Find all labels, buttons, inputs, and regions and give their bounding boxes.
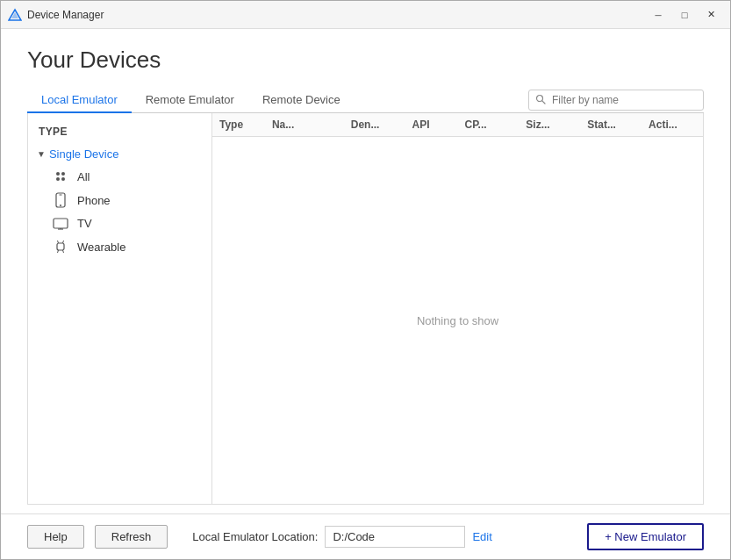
- svg-rect-11: [54, 219, 68, 228]
- empty-state: Nothing to show: [212, 137, 703, 504]
- empty-message: Nothing to show: [417, 314, 498, 327]
- sidebar-item-tv-label: TV: [77, 217, 92, 230]
- svg-line-3: [542, 100, 545, 103]
- main-content: Your Devices Local Emulator Remote Emula…: [1, 29, 730, 513]
- col-header-density: Den...: [344, 118, 405, 131]
- titlebar-title: Device Manager: [27, 9, 646, 21]
- maximize-button[interactable]: [672, 5, 697, 25]
- sidebar-item-phone-label: Phone: [77, 194, 111, 207]
- col-header-name: Na...: [265, 118, 344, 131]
- col-header-api: API: [405, 118, 458, 131]
- tabs-list: Local Emulator Remote Emulator Remote De…: [27, 88, 355, 112]
- main-panel: Type Na... Den... API CP... Siz... Stat.…: [212, 113, 703, 504]
- close-button[interactable]: [699, 5, 723, 25]
- tab-local-emulator[interactable]: Local Emulator: [27, 88, 132, 113]
- svg-line-17: [58, 250, 59, 253]
- sidebar-item-wearable-label: Wearable: [77, 241, 125, 254]
- maximize-icon: [682, 10, 688, 20]
- tv-icon: [53, 218, 68, 230]
- svg-line-18: [63, 250, 64, 253]
- wearable-icon: [53, 239, 68, 255]
- help-button[interactable]: Help: [27, 525, 84, 549]
- phone-icon: [53, 192, 68, 208]
- footer-location: Local Emulator Location: Edit: [192, 526, 492, 548]
- sidebar: Type ▼ Single Device All: [28, 113, 212, 504]
- svg-rect-14: [57, 243, 64, 250]
- new-emulator-button[interactable]: + New Emulator: [587, 523, 704, 550]
- sidebar-item-tv[interactable]: TV: [28, 212, 211, 234]
- svg-point-10: [60, 205, 61, 206]
- tab-remote-device[interactable]: Remote Device: [248, 88, 355, 113]
- search-icon: [535, 94, 546, 107]
- titlebar: Device Manager: [1, 1, 730, 29]
- sidebar-item-all[interactable]: All: [28, 165, 211, 188]
- svg-line-15: [58, 241, 59, 243]
- refresh-button[interactable]: Refresh: [95, 525, 168, 549]
- svg-point-5: [61, 172, 65, 176]
- col-header-cpu: CP...: [457, 118, 519, 131]
- col-header-status: Stat...: [580, 118, 641, 131]
- filter-input-wrap: [528, 90, 704, 111]
- close-icon: [707, 9, 715, 20]
- table-header: Type Na... Den... API CP... Siz... Stat.…: [212, 113, 703, 137]
- svg-point-6: [56, 177, 60, 181]
- location-label: Local Emulator Location:: [192, 530, 318, 543]
- footer: Help Refresh Local Emulator Location: Ed…: [1, 513, 730, 559]
- col-header-type: Type: [212, 118, 265, 131]
- sidebar-group-label-text: Single Device: [49, 147, 119, 161]
- location-input[interactable]: [325, 526, 465, 548]
- svg-line-16: [63, 241, 64, 243]
- titlebar-controls: [646, 5, 723, 25]
- svg-point-4: [56, 172, 60, 176]
- sidebar-item-phone[interactable]: Phone: [28, 188, 211, 212]
- page-title: Your Devices: [27, 47, 704, 74]
- edit-link[interactable]: Edit: [472, 530, 491, 543]
- sidebar-section-header: Type: [28, 120, 211, 143]
- tabs-bar: Local Emulator Remote Emulator Remote De…: [27, 88, 704, 113]
- app-window: Device Manager Your Devices Local Emulat…: [0, 0, 731, 560]
- sidebar-group-single-device[interactable]: ▼ Single Device: [28, 143, 211, 165]
- minimize-icon: [655, 10, 661, 20]
- all-icon: [53, 169, 68, 183]
- sidebar-item-all-label: All: [77, 170, 90, 183]
- svg-point-7: [61, 177, 65, 181]
- app-icon: [8, 8, 22, 22]
- minimize-button[interactable]: [646, 5, 670, 25]
- chevron-down-icon: ▼: [37, 149, 46, 159]
- filter-input[interactable]: [528, 90, 704, 111]
- col-header-actions: Acti...: [641, 118, 703, 131]
- sidebar-item-wearable[interactable]: Wearable: [28, 234, 211, 259]
- content-area: Type ▼ Single Device All: [27, 113, 704, 505]
- col-header-size: Siz...: [519, 118, 580, 131]
- tab-remote-emulator[interactable]: Remote Emulator: [132, 88, 248, 113]
